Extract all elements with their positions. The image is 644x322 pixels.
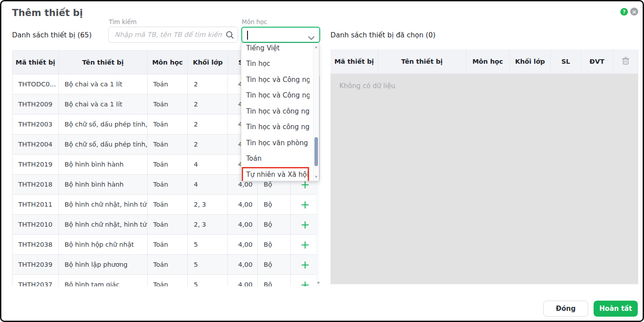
grade-cell: 5 [188,255,228,274]
subject-cell: Toán [148,235,188,254]
close-button[interactable]: × [630,8,638,16]
scroll-down-icon[interactable] [315,176,318,178]
help-icon: ? [623,9,625,15]
add-cell: + [291,215,320,234]
trash-icon[interactable] [622,57,630,66]
trash-column-header [613,49,638,73]
scrollbar-thumb[interactable] [314,137,318,166]
add-icon: + [301,259,310,270]
column-header: Môn học [148,51,188,74]
subject-cell: Toán [148,155,188,174]
grade-cell: 2 [188,74,228,94]
selected-device-panel: Mã thiết bịTên thiết bịMôn họcKhối lớpSL… [330,49,638,284]
dropdown-option[interactable]: Tự nhiên và Xã hội [241,167,310,181]
grade-cell: 5 [188,235,228,254]
help-button[interactable]: ? [620,8,628,16]
device-name-cell: Bộ chai và ca 1 lít [59,74,148,94]
unit-cell: Bộ [258,195,291,214]
submit-button[interactable]: Hoàn tất [594,301,638,317]
add-icon: + [301,239,310,250]
grade-cell: 2 [188,94,228,114]
close-modal-button[interactable]: Đóng [543,301,588,317]
dropdown-option[interactable]: Tin học văn phòng [241,135,310,151]
table-row: THTH2038Bộ hình hộp chữ nhậtToán54,00Bộ+ [12,235,320,255]
device-code-cell: THTH2039 [12,255,59,274]
device-name-cell: Bộ hình bình hành [59,175,148,194]
subject-cell: Toán [148,195,188,214]
subject-cell: Toán [148,275,188,286]
device-name-cell: Bộ hình chữ nhật, hình tứ ... [59,215,148,234]
device-name-cell: Bộ hình chữ nhật, hình tứ ... [59,195,148,214]
column-header: Mã thiết bị [12,51,59,74]
add-device-button[interactable]: + [291,275,319,286]
subject-cell: Toán [148,135,188,154]
dropdown-option[interactable]: Tin học [241,56,310,72]
dropdown-option[interactable]: Toán [241,151,310,167]
grade-cell: 2 [188,135,228,154]
device-name-cell: Bộ hình lập phương [59,255,148,274]
device-code-cell: THTH2018 [12,175,59,194]
subject-label: Môn học [242,18,267,25]
device-name-cell: Bộ hình tam giác [59,275,148,286]
device-code-cell: THTH2011 [12,195,59,214]
scroll-down-icon[interactable] [317,282,320,284]
chevron-down-icon [308,33,314,42]
selected-table-header: Mã thiết bịTên thiết bịMôn họcKhối lớpSL… [330,49,638,74]
subject-cell: Toán [148,94,188,114]
device-code-cell: THTH2038 [12,235,59,254]
device-name-cell: Bộ chữ số, dấu phép tính,... [59,135,148,154]
device-code-cell: THTH2003 [12,114,59,134]
quantity-cell: 4,00 [228,235,258,254]
add-icon: + [301,199,310,210]
device-code-cell: THTH2019 [12,155,59,174]
add-device-button[interactable]: + [291,195,319,214]
add-device-button[interactable]: + [291,255,319,274]
dropdown-scrollbar[interactable] [313,44,318,180]
selected-list-title: Danh sách thiết bị đã chọn (0) [330,31,435,39]
search-input[interactable] [108,27,238,43]
add-cell: + [291,195,320,214]
unit-cell: Bộ [258,235,291,254]
device-name-cell: Bộ chai và ca 1 lít [59,94,148,114]
dropdown-option[interactable]: Tin học và Công nghệ [241,88,310,104]
column-header: SL [551,49,581,73]
dropdown-option[interactable]: Tiếng Việt [241,43,310,56]
device-code-cell: THTH2037 [12,275,59,286]
device-name-cell: Bộ hình bình hành [59,155,148,174]
dropdown-option[interactable]: Tin học và công ng... [241,103,310,119]
scroll-up-icon[interactable] [315,46,318,48]
add-device-button[interactable]: + [291,215,319,234]
page-title: Thêm thiết bị [12,8,83,18]
grade-cell: 4 [188,175,228,194]
column-header: ĐVT [581,49,613,73]
subject-select[interactable] [241,27,320,43]
subject-cell: Toán [148,74,188,94]
device-code-cell: THTH2004 [12,135,59,154]
dropdown-option[interactable]: Tin học và Công nghệ [241,72,310,88]
text-cursor [247,31,248,40]
device-code-cell: THTH2010 [12,215,59,234]
quantity-cell: 4,00 [228,275,258,286]
table-row: THTH2039Bộ hình lập phươngToán54,00Bộ+ [12,255,320,275]
unit-cell: Bộ [258,255,291,274]
grade-cell: 2, 3 [188,195,228,214]
subject-cell: Toán [148,114,188,134]
column-header: Khối lớp [188,51,228,74]
unit-cell: Bộ [258,275,291,286]
quantity-cell: 4,00 [228,255,258,274]
subject-dropdown-list: Tiếng ViệtTin họcTin học và Công nghệTin… [241,43,319,181]
add-device-button[interactable]: + [291,235,319,254]
quantity-cell: 4,00 [228,215,258,234]
add-icon: + [301,279,310,287]
add-cell: + [291,235,320,254]
add-cell: + [291,255,320,274]
device-code-cell: THTODC0... [12,74,59,94]
add-device-modal: Thêm thiết bị ? × Danh sách thiết bị (65… [0,0,644,322]
device-list-title: Danh sách thiết bị (65) [12,31,92,39]
dropdown-option[interactable]: Tin học và công ng... [241,119,310,135]
quantity-cell: 4,00 [228,195,258,214]
subject-cell: Toán [148,215,188,234]
add-icon: + [301,219,310,230]
table-row: THTH2037Bộ hình tam giácToán54,00Bộ+ [12,275,320,286]
column-header: Môn học [466,49,510,73]
